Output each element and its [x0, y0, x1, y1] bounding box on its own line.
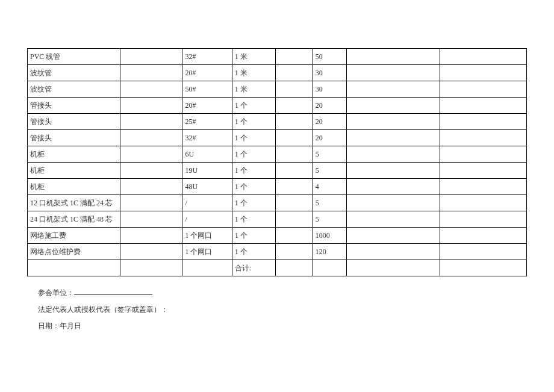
table-cell [275, 228, 313, 244]
table-cell: 5 [313, 146, 347, 163]
table-cell [440, 195, 526, 211]
table-cell [275, 146, 313, 163]
table-row: 网络施工费1 个网口1 个1000 [28, 228, 527, 244]
table-cell: 1 个 [232, 130, 275, 146]
table-cell [347, 195, 440, 211]
table-cell: 1 个 [232, 244, 275, 260]
table-cell [275, 244, 313, 260]
table-row: 管接头32#1 个20 [28, 130, 527, 146]
table-cell [347, 130, 440, 146]
table-cell [182, 260, 232, 276]
table-cell: 管接头 [28, 114, 120, 130]
table-cell [120, 146, 182, 163]
table-cell [120, 130, 182, 146]
table-cell: 1 米 [232, 49, 275, 65]
table-cell: 20 [313, 130, 347, 146]
table-cell: 1000 [313, 228, 347, 244]
table-cell: 机柜 [28, 163, 120, 179]
table-cell [120, 114, 182, 130]
table-cell [275, 114, 313, 130]
table-cell [347, 81, 440, 98]
table-cell [440, 260, 526, 276]
table-cell [347, 98, 440, 114]
table-cell [275, 65, 313, 81]
table-cell [440, 98, 526, 114]
table-cell [347, 146, 440, 163]
table-cell [275, 49, 313, 65]
table-cell [440, 114, 526, 130]
table-cell [275, 260, 313, 276]
table-cell [28, 260, 120, 276]
unit-label: 参会单位： [38, 288, 74, 297]
table-cell: 1 米 [232, 65, 275, 81]
table-cell: 管接头 [28, 130, 120, 146]
table-cell: 48U [182, 179, 232, 195]
footer-line-unit: 参会单位： [38, 285, 527, 302]
table-cell: 5 [313, 211, 347, 228]
table-row: 12 口机架式 1C 满配 24 芯/1 个5 [28, 195, 527, 211]
table-cell: 5 [313, 163, 347, 179]
table-cell: PVC 线管 [28, 49, 120, 65]
table-cell: 50# [182, 81, 232, 98]
footer-block: 参会单位： 法定代表人或授权代表（签字或盖章）： 日期：年月日 [27, 276, 527, 335]
table-cell: 1 个 [232, 211, 275, 228]
table-cell: 50 [313, 49, 347, 65]
unit-signature-line [74, 294, 152, 295]
table-cell [120, 81, 182, 98]
table-cell: 25# [182, 114, 232, 130]
table-cell [120, 98, 182, 114]
table-cell: 1 个 [232, 114, 275, 130]
table-cell [275, 179, 313, 195]
table-cell: 波纹管 [28, 65, 120, 81]
table-cell: 1 个 [232, 179, 275, 195]
table-cell [440, 179, 526, 195]
table-cell [440, 244, 526, 260]
table-row: 管接头25#1 个20 [28, 114, 527, 130]
table-row: PVC 线管32#1 米50 [28, 49, 527, 65]
table-cell: 4 [313, 179, 347, 195]
table-cell: 20 [313, 98, 347, 114]
table-cell: 1 米 [232, 81, 275, 98]
table-row: 机柜48U1 个4 [28, 179, 527, 195]
table-row: 网络点位维护费1 个网口1 个120 [28, 244, 527, 260]
table-cell [120, 260, 182, 276]
table-cell: 1 个 [232, 98, 275, 114]
table-cell: 1 个网口 [182, 244, 232, 260]
table-cell: 20# [182, 98, 232, 114]
table-cell: 20# [182, 65, 232, 81]
table-cell [275, 195, 313, 211]
table-cell [275, 98, 313, 114]
table-row: 机柜19U1 个5 [28, 163, 527, 179]
table-cell: 波纹管 [28, 81, 120, 98]
table-cell [440, 163, 526, 179]
table-cell [347, 65, 440, 81]
table-row: 管接头20#1 个20 [28, 98, 527, 114]
table-cell: 管接头 [28, 98, 120, 114]
table-cell: 1 个 [232, 228, 275, 244]
table-cell [347, 163, 440, 179]
table-cell: / [182, 195, 232, 211]
table-cell [275, 130, 313, 146]
table-cell [347, 260, 440, 276]
table-cell: 120 [313, 244, 347, 260]
table-cell [120, 195, 182, 211]
table-cell [440, 146, 526, 163]
table-cell: 1 个网口 [182, 228, 232, 244]
table-cell: / [182, 211, 232, 228]
table-cell [440, 81, 526, 98]
table-cell [120, 163, 182, 179]
table-cell: 1 个 [232, 195, 275, 211]
table-cell: 1 个 [232, 146, 275, 163]
table-cell: 合计: [232, 260, 275, 276]
table-cell [120, 211, 182, 228]
table-cell [440, 65, 526, 81]
table-cell [120, 228, 182, 244]
table-cell [440, 211, 526, 228]
table-cell: 24 口机架式 1C 满配 48 芯 [28, 211, 120, 228]
footer-line-date: 日期：年月日 [38, 318, 527, 335]
table-cell [120, 179, 182, 195]
table-row: 波纹管50#1 米30 [28, 81, 527, 98]
table-cell: 机柜 [28, 179, 120, 195]
table-cell: 32# [182, 49, 232, 65]
table-cell [440, 228, 526, 244]
